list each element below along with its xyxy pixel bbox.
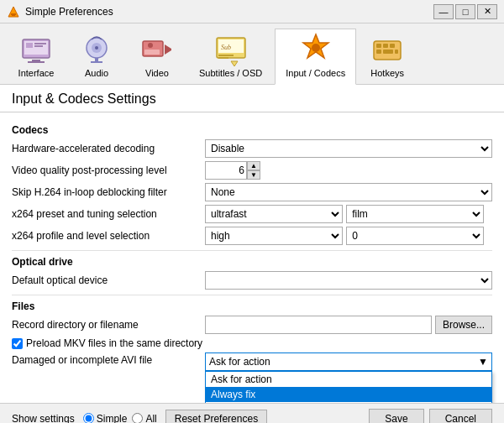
input-icon <box>299 33 333 66</box>
title-bar-left: Simple Preferences <box>7 5 113 18</box>
radio-all-input[interactable] <box>132 413 143 423</box>
tab-hotkeys-label: Hotkeys <box>370 68 404 78</box>
hw-decoding-select[interactable]: Disable DirectX DXVA2 D3D11 <box>205 139 492 158</box>
files-section-header: Files <box>12 300 492 312</box>
skip-h264-select[interactable]: None Non-ref Bidir Non-key All <box>205 183 492 201</box>
damaged-avi-current: Ask for action <box>209 356 270 368</box>
x264-preset-select[interactable]: ultrafast superfast veryfast faster fast… <box>205 205 343 223</box>
bottom-left: Show settings Simple All Reset Preferenc… <box>12 410 267 424</box>
damaged-avi-trigger[interactable]: Ask for action ▼ <box>205 352 492 371</box>
x264-tuning-select[interactable]: film animation grain stillimage psnr ssi… <box>346 205 484 223</box>
optical-device-row: Default optical device <box>12 271 492 290</box>
tab-subtitles-label: Subtitles / OSD <box>199 68 262 78</box>
damaged-avi-list: Ask for action Always fix Never fix Fix … <box>205 371 492 403</box>
tab-subtitles[interactable]: Sub Subtitles / OSD <box>188 29 273 84</box>
video-quality-input[interactable] <box>205 161 247 180</box>
optical-section-header: Optical drive <box>12 256 492 268</box>
video-quality-row: Video quality post-processing level ▲ ▼ <box>12 161 492 180</box>
preload-mkv-label: Preload MKV files in the same directory <box>26 337 202 349</box>
svg-point-26 <box>312 44 320 52</box>
svg-rect-31 <box>376 50 381 54</box>
avi-option-never[interactable]: Never fix <box>206 402 491 403</box>
svg-rect-6 <box>34 43 46 44</box>
avi-option-ask[interactable]: Ask for action <box>206 372 491 387</box>
video-icon <box>140 33 174 66</box>
x264-profile-control: high baseline main high10 high422 0 1 2 … <box>205 227 492 245</box>
subtitles-icon: Sub <box>214 33 248 66</box>
svg-marker-16 <box>165 44 171 55</box>
hw-decoding-control: Disable DirectX DXVA2 D3D11 <box>205 139 492 158</box>
svg-rect-9 <box>28 61 45 63</box>
title-bar: Simple Preferences — □ ✕ <box>0 0 504 24</box>
svg-rect-18 <box>144 50 160 55</box>
svg-rect-2 <box>12 15 15 16</box>
radio-all-option[interactable]: All <box>132 413 156 424</box>
x264-preset-control: ultrafast superfast veryfast faster fast… <box>205 205 492 223</box>
svg-rect-22 <box>218 55 234 56</box>
record-dir-control: Browse... <box>205 316 492 334</box>
optical-device-label: Default optical device <box>12 274 205 286</box>
hw-decoding-row: Hardware-accelerated decoding Disable Di… <box>12 139 492 158</box>
damaged-avi-control: Ask for action ▼ Ask for action Always f… <box>205 352 492 371</box>
page-title: Input & Codecs Settings <box>0 85 504 112</box>
video-quality-control: ▲ ▼ <box>205 161 492 180</box>
preload-mkv-row: Preload MKV files in the same directory <box>12 337 492 349</box>
tab-interface[interactable]: Interface <box>7 29 66 84</box>
avi-option-always[interactable]: Always fix <box>206 387 491 402</box>
svg-rect-23 <box>218 57 228 59</box>
tab-interface-label: Interface <box>18 68 55 78</box>
x264-preset-row: x264 preset and tuning selection ultrafa… <box>12 205 492 223</box>
hw-decoding-label: Hardware-accelerated decoding <box>12 143 205 154</box>
content-area: Codecs Hardware-accelerated decoding Dis… <box>0 112 504 403</box>
save-button[interactable]: Save <box>369 409 423 424</box>
svg-rect-14 <box>91 61 102 63</box>
optical-device-select[interactable] <box>205 271 492 290</box>
radio-simple-input[interactable] <box>83 413 94 423</box>
svg-rect-7 <box>34 45 43 47</box>
window-title: Simple Preferences <box>25 6 113 18</box>
svg-rect-30 <box>390 44 395 48</box>
spinner-down-button[interactable]: ▼ <box>247 170 260 180</box>
svg-rect-29 <box>383 44 388 48</box>
tab-hotkeys[interactable]: Hotkeys <box>358 29 417 84</box>
title-bar-controls: — □ ✕ <box>433 4 497 19</box>
tab-audio-label: Audio <box>85 68 108 78</box>
tab-input[interactable]: Input / Codecs <box>275 29 356 85</box>
x264-profile-select[interactable]: high baseline main high10 high422 <box>205 227 343 245</box>
preload-mkv-checkbox[interactable] <box>12 338 23 349</box>
damaged-avi-row: Damaged or incomplete AVI file Ask for a… <box>12 352 492 371</box>
hotkeys-icon <box>370 33 404 66</box>
spinner-buttons: ▲ ▼ <box>247 161 260 180</box>
browse-button[interactable]: Browse... <box>435 316 492 334</box>
record-dir-input[interactable] <box>205 316 432 334</box>
skip-h264-control: None Non-ref Bidir Non-key All <box>205 183 492 201</box>
cancel-button[interactable]: Cancel <box>429 409 492 424</box>
video-quality-spinner: ▲ ▼ <box>205 161 260 180</box>
x264-level-select[interactable]: 0 1 2 3 4 5 <box>346 227 484 245</box>
codecs-divider <box>12 250 492 251</box>
svg-point-17 <box>148 43 153 48</box>
record-dir-label: Record directory or filename <box>12 319 205 331</box>
skip-h264-label: Skip H.264 in-loop deblocking filter <box>12 186 205 198</box>
damaged-avi-label: Damaged or incomplete AVI file <box>12 352 205 366</box>
close-button[interactable]: ✕ <box>477 4 497 19</box>
tab-video-label: Video <box>145 68 169 78</box>
x264-preset-label: x264 preset and tuning selection <box>12 208 205 220</box>
tab-audio[interactable]: Audio <box>67 29 126 84</box>
dropdown-arrow-icon: ▼ <box>478 356 488 368</box>
tab-input-label: Input / Codecs <box>286 68 345 78</box>
svg-rect-28 <box>376 44 381 48</box>
radio-simple-option[interactable]: Simple <box>83 413 128 424</box>
svg-rect-33 <box>395 50 398 54</box>
tab-video[interactable]: Video <box>128 29 186 84</box>
skip-h264-row: Skip H.264 in-loop deblocking filter Non… <box>12 183 492 201</box>
record-dir-row: Record directory or filename Browse... <box>12 316 492 334</box>
video-quality-label: Video quality post-processing level <box>12 164 205 176</box>
tabs-row: Interface Audio Video Sub <box>0 24 504 85</box>
spinner-up-button[interactable]: ▲ <box>247 161 260 170</box>
maximize-button[interactable]: □ <box>455 4 475 19</box>
optical-device-control <box>205 271 492 290</box>
reset-preferences-button[interactable]: Reset Preferences <box>165 410 267 424</box>
minimize-button[interactable]: — <box>433 4 454 19</box>
svg-rect-5 <box>26 43 33 48</box>
